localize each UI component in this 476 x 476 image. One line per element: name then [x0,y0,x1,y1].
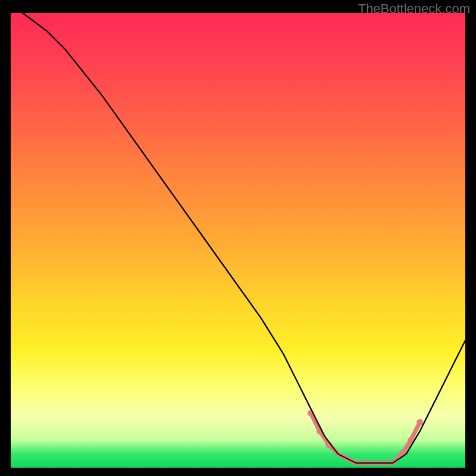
bottleneck-curve-svg [11,13,465,468]
chart-plot-area [11,13,465,468]
bottleneck-curve-path [11,4,465,464]
highlight-marker-dot [416,419,423,425]
bottleneck-curve-path-top [11,4,465,464]
watermark-text: TheBottleneck.com [358,1,470,17]
